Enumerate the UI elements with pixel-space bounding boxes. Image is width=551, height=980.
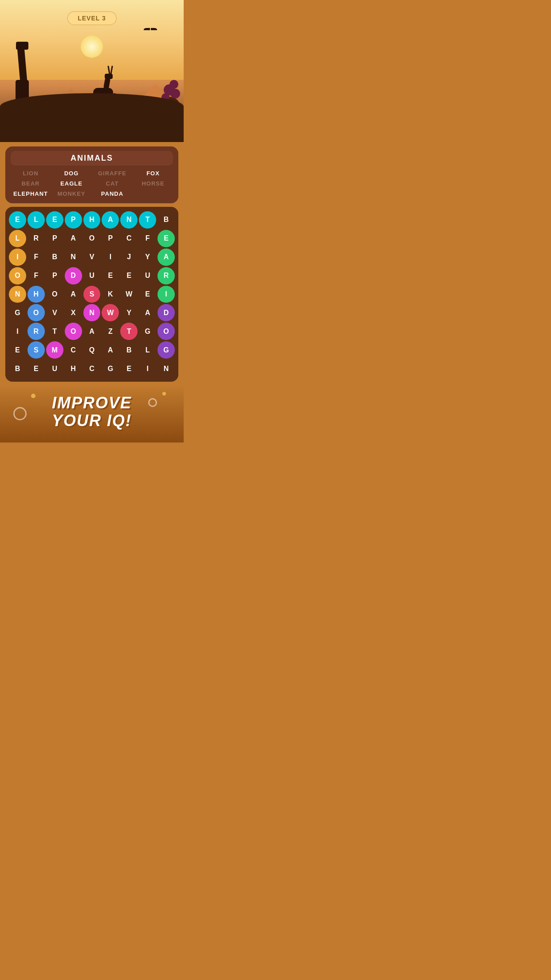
cell-2-5[interactable]: I	[102, 249, 119, 266]
cell-4-7[interactable]: E	[139, 286, 156, 303]
cell-8-5[interactable]: G	[102, 360, 119, 377]
cell-3-7[interactable]: U	[139, 267, 156, 285]
cell-5-2[interactable]: V	[46, 304, 63, 321]
cell-5-7[interactable]: A	[139, 304, 156, 321]
cell-5-1[interactable]: O	[28, 304, 45, 321]
cell-8-0[interactable]: B	[9, 360, 26, 377]
cell-1-6[interactable]: C	[120, 230, 138, 247]
cell-6-0[interactable]: I	[9, 323, 26, 340]
cell-7-6[interactable]: B	[120, 341, 138, 359]
cell-6-3[interactable]: O	[65, 323, 82, 340]
cell-4-8[interactable]: I	[157, 286, 175, 303]
cell-1-8[interactable]: E	[157, 230, 175, 247]
cell-1-4[interactable]: O	[83, 230, 101, 247]
word-elephant: ELEPHANT	[11, 190, 51, 198]
deco-circle-1	[13, 407, 27, 420]
cell-3-6[interactable]: E	[120, 267, 138, 285]
cell-4-4[interactable]: S	[83, 286, 101, 303]
cell-8-7[interactable]: I	[139, 360, 156, 377]
cell-1-5[interactable]: P	[102, 230, 119, 247]
cell-5-8[interactable]: D	[157, 304, 175, 321]
cell-2-2[interactable]: B	[46, 249, 63, 266]
letter-grid[interactable]: ELEPHANTBLRPAOPCFEIFBNVIJYAOFPDUEEURNHOA…	[9, 211, 175, 377]
cell-0-5[interactable]: A	[102, 211, 119, 229]
cell-7-1[interactable]: S	[28, 341, 45, 359]
word-horse: HORSE	[133, 179, 173, 188]
cell-2-7[interactable]: Y	[139, 249, 156, 266]
cell-6-7[interactable]: G	[139, 323, 156, 340]
word-dog: DOG	[51, 169, 91, 178]
cell-5-3[interactable]: X	[65, 304, 82, 321]
word-monkey: MONKEY	[51, 190, 91, 198]
words-grid: LIONDOGGIRAFFEFOXBEAREAGLECATHORSEELEPHA…	[11, 169, 173, 198]
cell-7-0[interactable]: E	[9, 341, 26, 359]
cell-1-0[interactable]: L	[9, 230, 26, 247]
bottom-banner: IMPROVE YOUR IQ!	[0, 385, 184, 443]
cell-0-6[interactable]: N	[120, 211, 138, 229]
cell-0-0[interactable]: E	[9, 211, 26, 229]
cell-0-8[interactable]: B	[157, 211, 175, 229]
cell-6-6[interactable]: T	[120, 323, 138, 340]
cell-5-4[interactable]: N	[83, 304, 101, 321]
cell-0-2[interactable]: E	[46, 211, 63, 229]
ground	[0, 93, 184, 142]
cell-6-1[interactable]: R	[28, 323, 45, 340]
cell-7-4[interactable]: Q	[83, 341, 101, 359]
cell-8-6[interactable]: E	[120, 360, 138, 377]
word-fox: FOX	[133, 169, 173, 178]
category-title: ANIMALS	[11, 151, 173, 166]
word-bear: BEAR	[11, 179, 51, 188]
cell-4-1[interactable]: H	[28, 286, 45, 303]
cell-0-7[interactable]: T	[139, 211, 156, 229]
safari-scene: LEVEL 3	[0, 0, 184, 142]
level-badge: LEVEL 3	[67, 11, 117, 25]
cell-4-2[interactable]: O	[46, 286, 63, 303]
cell-0-1[interactable]: L	[28, 211, 45, 229]
cell-4-6[interactable]: W	[120, 286, 138, 303]
cell-8-1[interactable]: E	[28, 360, 45, 377]
cell-7-8[interactable]: G	[157, 341, 175, 359]
words-panel: ANIMALS LIONDOGGIRAFFEFOXBEAREAGLECATHOR…	[5, 146, 178, 203]
cell-3-2[interactable]: P	[46, 267, 63, 285]
cell-3-4[interactable]: U	[83, 267, 101, 285]
cell-1-2[interactable]: P	[46, 230, 63, 247]
cell-8-2[interactable]: U	[46, 360, 63, 377]
cell-5-5[interactable]: W	[102, 304, 119, 321]
cell-7-2[interactable]: M	[46, 341, 63, 359]
sun	[81, 36, 103, 58]
cell-7-7[interactable]: L	[139, 341, 156, 359]
cell-8-8[interactable]: N	[157, 360, 175, 377]
cell-1-1[interactable]: R	[28, 230, 45, 247]
cell-1-7[interactable]: F	[139, 230, 156, 247]
bird-silhouette	[144, 27, 157, 31]
cell-6-5[interactable]: Z	[102, 323, 119, 340]
cell-2-3[interactable]: N	[65, 249, 82, 266]
cell-2-0[interactable]: I	[9, 249, 26, 266]
cell-4-0[interactable]: N	[9, 286, 26, 303]
cell-2-4[interactable]: V	[83, 249, 101, 266]
cell-7-5[interactable]: A	[102, 341, 119, 359]
cell-2-8[interactable]: A	[157, 249, 175, 266]
cell-4-5[interactable]: K	[102, 286, 119, 303]
cell-6-4[interactable]: A	[83, 323, 101, 340]
word-lion: LION	[11, 169, 51, 178]
cell-6-8[interactable]: O	[157, 323, 175, 340]
cell-4-3[interactable]: A	[65, 286, 82, 303]
cell-6-2[interactable]: T	[46, 323, 63, 340]
cell-2-6[interactable]: J	[120, 249, 138, 266]
cell-1-3[interactable]: A	[65, 230, 82, 247]
cell-3-8[interactable]: R	[157, 267, 175, 285]
cell-0-3[interactable]: P	[65, 211, 82, 229]
cell-8-3[interactable]: H	[65, 360, 82, 377]
cell-7-3[interactable]: C	[65, 341, 82, 359]
cell-3-3[interactable]: D	[65, 267, 82, 285]
cell-5-6[interactable]: Y	[120, 304, 138, 321]
cell-2-1[interactable]: F	[28, 249, 45, 266]
cell-5-0[interactable]: G	[9, 304, 26, 321]
grid-panel: ELEPHANTBLRPAOPCFEIFBNVIJYAOFPDUEEURNHOA…	[5, 207, 178, 382]
cell-3-1[interactable]: F	[28, 267, 45, 285]
cell-8-4[interactable]: C	[83, 360, 101, 377]
cell-0-4[interactable]: H	[83, 211, 101, 229]
cell-3-0[interactable]: O	[9, 267, 26, 285]
cell-3-5[interactable]: E	[102, 267, 119, 285]
